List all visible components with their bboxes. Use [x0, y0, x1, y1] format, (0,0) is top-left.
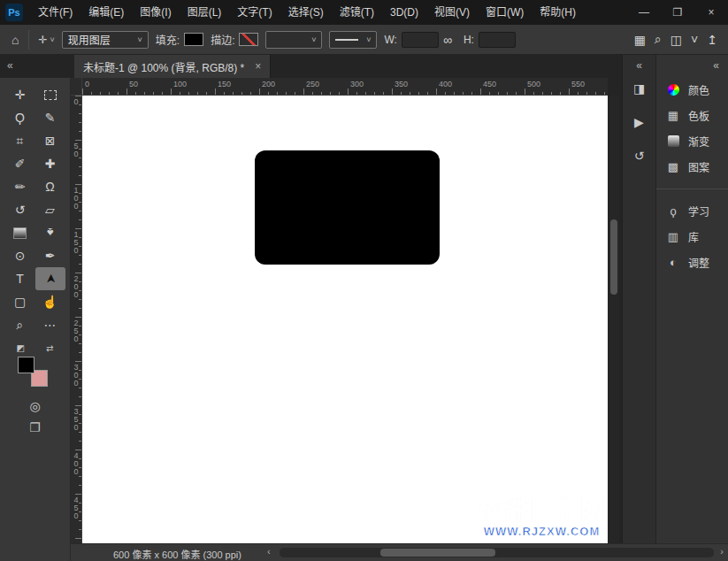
- maximize-button[interactable]: ❐: [661, 0, 694, 25]
- libraries-panel[interactable]: ▥库: [656, 224, 728, 250]
- gradients-panel[interactable]: 渐变: [656, 128, 728, 154]
- menu-item[interactable]: 窗口(W): [478, 0, 532, 25]
- frame-tool[interactable]: ⊠: [35, 129, 65, 152]
- horizontal-scrollbar-thumb[interactable]: [380, 549, 495, 557]
- type-tool[interactable]: T: [5, 267, 35, 290]
- move-tool[interactable]: ✛: [5, 83, 35, 106]
- share-icon[interactable]: ↥: [707, 33, 717, 47]
- gradient-tool-icon: [13, 227, 27, 239]
- collapse-dock-icon[interactable]: «: [656, 55, 728, 73]
- shape-tool[interactable]: ▢: [5, 290, 35, 313]
- foreground-color-swatch[interactable]: [18, 357, 34, 373]
- history-brush-tool[interactable]: ↺: [5, 198, 35, 221]
- scroll-left-icon[interactable]: ‹: [267, 546, 271, 557]
- learn-panel[interactable]: ϙ学习: [656, 198, 728, 224]
- canvas[interactable]: 软件自学网 WWW.RJZXW.COM: [82, 96, 608, 543]
- ruler-tick: [516, 92, 517, 95]
- menu-item[interactable]: 文字(T): [229, 0, 280, 25]
- path-selection-tool[interactable]: ➤: [35, 267, 65, 290]
- vertical-scrollbar-thumb[interactable]: [610, 219, 617, 295]
- workspace-icon[interactable]: ◫: [671, 33, 682, 47]
- menu-item[interactable]: 文件(F): [30, 0, 80, 25]
- ruler-tick: [75, 450, 81, 450]
- canvas-black-rounded-rectangle[interactable]: [255, 150, 440, 265]
- stroke-options-dropdown[interactable]: ˅: [265, 31, 322, 49]
- link-dimensions-icon[interactable]: ∞: [443, 33, 452, 47]
- minimize-button[interactable]: —: [627, 0, 661, 25]
- menu-item[interactable]: 滤镜(T): [332, 0, 382, 25]
- screen-mode-icon[interactable]: ❐: [0, 420, 70, 434]
- healing-brush-tool[interactable]: ✚: [35, 152, 65, 175]
- clone-stamp-tool[interactable]: Ω: [35, 175, 65, 198]
- ruler-tick: [75, 317, 81, 318]
- swatches-panel[interactable]: ▦色板: [656, 103, 728, 128]
- menu-item[interactable]: 视图(V): [426, 0, 478, 25]
- menu-item[interactable]: 图层(L): [180, 0, 230, 25]
- active-tool-button[interactable]: ✛ ˅: [34, 32, 57, 48]
- fill-color-swatch[interactable]: [184, 33, 203, 46]
- default-colors-icon[interactable]: ◩: [17, 343, 25, 353]
- pen-tool[interactable]: ✒: [35, 244, 65, 267]
- collapse-toolbar-icon[interactable]: «: [7, 59, 13, 72]
- patterns-panel[interactable]: ▩图案: [656, 154, 728, 180]
- stroke-type-dropdown[interactable]: ˅: [329, 31, 377, 49]
- ruler-tick: [79, 255, 81, 256]
- home-icon[interactable]: ⌂: [11, 33, 19, 47]
- ruler-tick: [454, 92, 455, 95]
- scroll-right-icon[interactable]: ›: [720, 546, 724, 557]
- quick-selection-tool[interactable]: ✎: [35, 106, 65, 129]
- menu-item[interactable]: 帮助(H): [532, 0, 584, 25]
- ruler-tick: [79, 308, 81, 309]
- ruler-label: 400: [72, 451, 80, 475]
- ruler-tick: [259, 88, 260, 95]
- ruler-tick: [75, 494, 81, 495]
- quick-mask-icon[interactable]: ◎: [0, 399, 70, 413]
- horizontal-scrollbar[interactable]: [280, 548, 714, 557]
- menu-item[interactable]: 图像(I): [132, 0, 179, 25]
- adjustments-panel[interactable]: ◐调整: [656, 250, 728, 275]
- layer-target-dropdown[interactable]: 现用图层 ˅: [62, 31, 149, 49]
- ruler-tick: [551, 92, 552, 95]
- app-logo[interactable]: Ps: [5, 4, 23, 21]
- menu-item[interactable]: 选择(S): [280, 0, 332, 25]
- grid-view-icon[interactable]: ▦: [634, 33, 646, 47]
- stroke-color-swatch[interactable]: [239, 33, 258, 46]
- tab-close-icon[interactable]: ×: [255, 60, 261, 73]
- crop-tool-icon: ⌗: [17, 134, 24, 149]
- hand-tool[interactable]: ☝: [35, 290, 65, 313]
- lasso-tool[interactable]: Ϙ: [5, 106, 35, 129]
- blur-tool[interactable]: ♠: [35, 221, 65, 244]
- eraser-tool[interactable]: ▱: [35, 198, 65, 221]
- document-tab-bar: « 未标题-1 @ 100% (背景, RGB/8) * ×: [0, 55, 622, 78]
- properties-panel-icon[interactable]: ◨: [623, 79, 655, 98]
- ruler-tick: [79, 388, 81, 388]
- ruler-tick: [79, 529, 81, 530]
- menu-item[interactable]: 编辑(E): [80, 0, 132, 25]
- shape-width-input[interactable]: [402, 32, 439, 48]
- search-icon[interactable]: ⌕: [655, 32, 662, 47]
- dodge-tool[interactable]: ⊙: [5, 244, 35, 267]
- history-panel-icon[interactable]: ↺: [623, 146, 655, 165]
- ruler-tick: [79, 158, 81, 158]
- actions-panel-icon[interactable]: ▶: [623, 112, 655, 132]
- ruler-tick: [79, 299, 81, 300]
- ruler-tick: [79, 485, 81, 486]
- ruler-tick: [418, 92, 419, 95]
- expand-panels-icon[interactable]: «: [623, 55, 655, 79]
- menu-item[interactable]: 3D(D): [382, 0, 426, 25]
- shape-height-input[interactable]: [479, 32, 516, 48]
- more-tools[interactable]: ⋯: [35, 313, 65, 336]
- ruler-tick: [560, 92, 561, 95]
- close-button[interactable]: ×: [694, 0, 728, 25]
- zoom-tool[interactable]: ⌕: [5, 313, 35, 336]
- rectangular-marquee-tool[interactable]: [35, 83, 65, 106]
- brush-tool[interactable]: ✏: [5, 175, 35, 198]
- chevron-down-icon[interactable]: ˅: [691, 33, 698, 47]
- gradient-tool[interactable]: [5, 221, 35, 244]
- crop-tool[interactable]: ⌗: [5, 129, 35, 152]
- vertical-scrollbar[interactable]: [609, 96, 619, 543]
- eyedropper-tool[interactable]: ✐: [5, 152, 35, 175]
- color-panel[interactable]: 颜色: [656, 77, 728, 103]
- swap-colors-icon[interactable]: ⇄: [46, 343, 53, 353]
- document-tab[interactable]: 未标题-1 @ 100% (背景, RGB/8) * ×: [74, 55, 271, 78]
